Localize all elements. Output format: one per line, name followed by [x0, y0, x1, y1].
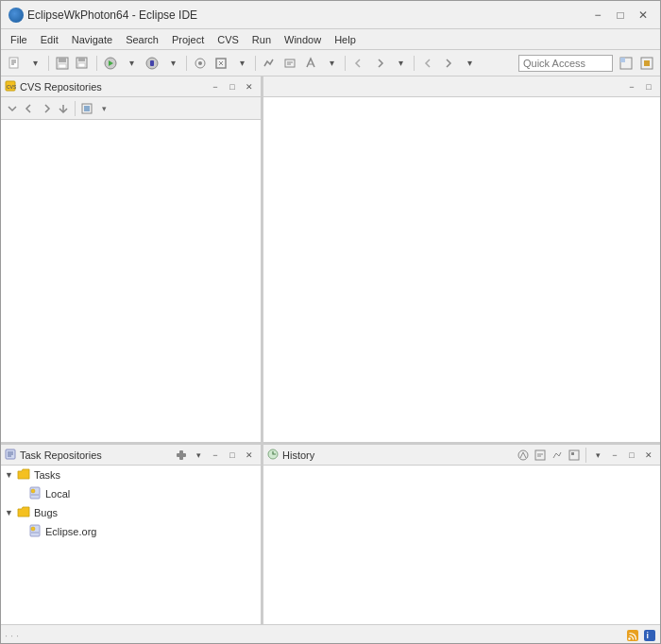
cvs-tb-btn-2[interactable]	[22, 101, 37, 116]
forward-icon	[373, 57, 386, 70]
editor-maximize-button[interactable]: □	[641, 79, 656, 94]
quick-access-input[interactable]	[518, 55, 613, 72]
history-maximize-button[interactable]: □	[624, 448, 639, 463]
toolbar-separator-5	[345, 56, 346, 71]
cvs-close-button[interactable]: ✕	[242, 79, 257, 94]
menu-file[interactable]: File	[5, 32, 33, 47]
perspective-btn-2[interactable]	[637, 54, 656, 73]
task-maximize-button[interactable]: □	[225, 448, 240, 463]
svg-rect-36	[179, 450, 183, 460]
cvs-maximize-button[interactable]: □	[225, 79, 240, 94]
notification-status-icon: i	[643, 629, 656, 642]
cvs-tb-btn-5[interactable]	[79, 101, 94, 116]
back2-button[interactable]	[418, 54, 437, 73]
perspective-btn-1[interactable]	[617, 54, 636, 73]
task-add-button[interactable]	[174, 448, 189, 463]
menu-help[interactable]: Help	[329, 32, 362, 47]
main-area: cvs CVS Repositories − □ ✕	[1, 76, 660, 624]
run-dropdown-button[interactable]: ▾	[122, 54, 141, 73]
maximize-button[interactable]: □	[611, 6, 630, 25]
history-toolbar-icon-1	[517, 449, 529, 461]
editor-area[interactable]	[263, 97, 660, 442]
debug-button[interactable]	[143, 54, 161, 73]
cvs-tb-btn-6[interactable]: ▾	[96, 101, 111, 116]
history-dropdown[interactable]: ▾	[590, 448, 605, 463]
cvs-tb-btn-4[interactable]	[56, 101, 71, 116]
close-button[interactable]: ✕	[634, 6, 653, 25]
history-panel-buttons: ▾ − □ ✕	[516, 448, 656, 463]
history-panel-content	[263, 466, 660, 624]
menu-window[interactable]: Window	[279, 32, 327, 47]
tree-item-eclipse-org[interactable]: ▶ Eclipse.org	[1, 522, 261, 541]
local-label: Local	[45, 488, 70, 500]
history-tb-1[interactable]	[516, 448, 531, 463]
tree-item-tasks[interactable]: ▼ Tasks	[1, 466, 261, 484]
title-bar: EclipseWkPhoton64 - Eclipse IDE − □ ✕	[1, 1, 660, 29]
cvs-tb-icon-5	[80, 102, 93, 115]
cvs-tb-btn-3[interactable]	[39, 101, 54, 116]
toolbar-separator-6	[414, 56, 415, 71]
nav-dropdown-button[interactable]: ▾	[391, 54, 410, 73]
svg-point-41	[31, 527, 35, 531]
history-panel: History	[263, 445, 660, 624]
history-minimize-button[interactable]: −	[607, 448, 622, 463]
task-dropdown-button[interactable]: ▾	[191, 448, 206, 463]
forward-button[interactable]	[370, 54, 389, 73]
tree-item-bugs[interactable]: ▼ Bugs	[1, 503, 261, 522]
menu-project[interactable]: Project	[166, 32, 210, 47]
history-tb-2[interactable]	[533, 448, 548, 463]
tb-btn-1[interactable]	[191, 54, 210, 73]
save-icon	[56, 57, 69, 70]
tasks-folder-icon	[17, 468, 30, 483]
cvs-minimize-button[interactable]: −	[208, 79, 223, 94]
cvs-panel: cvs CVS Repositories − □ ✕	[1, 76, 263, 442]
debug-dropdown-button[interactable]: ▾	[163, 54, 182, 73]
editor-minimize-button[interactable]: −	[624, 79, 639, 94]
window-title: EclipseWkPhoton64 - Eclipse IDE	[27, 8, 588, 22]
svg-rect-24	[620, 58, 625, 62]
save-all-button[interactable]	[74, 54, 93, 73]
save-button[interactable]	[53, 54, 72, 73]
cvs-panel-title: CVS Repositories	[20, 81, 208, 93]
status-right: i	[626, 629, 656, 642]
toolbar-separator-2	[96, 56, 97, 71]
tb-btn-5[interactable]	[301, 54, 320, 73]
svg-rect-49	[571, 452, 574, 455]
back2-icon	[421, 57, 434, 70]
new-dropdown-button[interactable]: ▾	[25, 54, 44, 73]
minimize-button[interactable]: −	[588, 6, 607, 25]
menu-search[interactable]: Search	[120, 32, 164, 47]
forward2-button[interactable]	[439, 54, 458, 73]
cvs-panel-header: cvs CVS Repositories − □ ✕	[1, 76, 261, 97]
back-button[interactable]	[349, 54, 368, 73]
toolbar-separator-4	[255, 56, 256, 71]
nav2-dropdown-button[interactable]: ▾	[460, 54, 479, 73]
extra-dropdown-button[interactable]: ▾	[232, 54, 251, 73]
extra2-dropdown-button[interactable]: ▾	[322, 54, 341, 73]
history-close-button[interactable]: ✕	[641, 448, 656, 463]
tb-btn-2[interactable]	[212, 54, 230, 73]
new-button[interactable]	[5, 54, 24, 73]
menu-cvs[interactable]: CVS	[212, 32, 245, 47]
task-close-button[interactable]: ✕	[242, 448, 257, 463]
svg-rect-30	[84, 106, 90, 111]
cvs-tb-icon-2	[23, 102, 36, 115]
menu-edit[interactable]: Edit	[35, 32, 64, 47]
tasks-label: Tasks	[34, 469, 60, 481]
run-button[interactable]	[101, 54, 120, 73]
tb-btn-3[interactable]	[260, 54, 279, 73]
menu-navigate[interactable]: Navigate	[66, 32, 118, 47]
task-panel: Task Repositories ▾ − □ ✕	[1, 445, 263, 624]
cvs-tb-btn-1[interactable]	[5, 101, 20, 116]
tb-btn-4[interactable]	[280, 54, 299, 73]
right-editor-panel: − □	[263, 76, 660, 442]
task-minimize-button[interactable]: −	[208, 448, 223, 463]
history-tb-4[interactable]	[567, 448, 582, 463]
menu-run[interactable]: Run	[246, 32, 277, 47]
history-sep	[585, 448, 586, 463]
history-tb-3[interactable]	[550, 448, 565, 463]
tree-item-local[interactable]: ▶ Local	[1, 484, 261, 503]
cvs-tb-icon-1	[6, 102, 19, 115]
bugs-label: Bugs	[34, 507, 58, 518]
history-toolbar-icon-3	[551, 449, 563, 461]
